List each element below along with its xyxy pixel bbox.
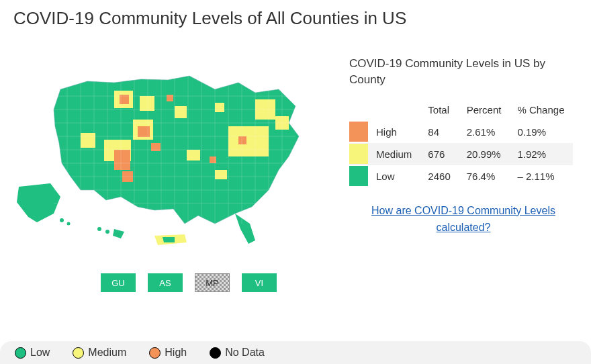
page-title: COVID-19 Community Levels of All Countie… xyxy=(13,8,578,29)
legend-item-high: High xyxy=(149,347,187,359)
table-row: High 84 2.61% 0.19% xyxy=(349,121,573,143)
svg-rect-18 xyxy=(114,150,130,170)
svg-rect-23 xyxy=(167,95,173,101)
col-percent: Percent xyxy=(459,101,510,121)
swatch-high-icon xyxy=(349,122,368,142)
legend-item-medium: Medium xyxy=(73,347,126,359)
side-title: COVID-19 Community Levels in US by Count… xyxy=(349,56,578,88)
table-row: Low 2460 76.4% – 2.11% xyxy=(349,165,573,187)
level-label: High xyxy=(368,121,420,143)
legend-item-nodata: No Data xyxy=(210,347,265,359)
legend-label: Medium xyxy=(88,347,126,359)
dot-low-icon xyxy=(15,347,26,359)
territory-mp[interactable]: MP xyxy=(195,273,230,292)
table-header-row: Total Percent % Change xyxy=(349,101,573,121)
dot-medium-icon xyxy=(73,347,84,359)
level-change: 1.92% xyxy=(509,143,572,165)
level-label: Medium xyxy=(368,143,420,165)
level-percent: 20.99% xyxy=(459,143,510,165)
svg-rect-17 xyxy=(138,126,150,137)
territory-gu[interactable]: GU xyxy=(101,273,136,292)
territory-as[interactable]: AS xyxy=(148,273,183,292)
level-change: – 2.11% xyxy=(509,165,572,187)
calculation-link[interactable]: How are COVID-19 Community Levels calcul… xyxy=(349,202,578,236)
col-total: Total xyxy=(420,101,458,121)
legend-bar: Low Medium High No Data xyxy=(0,341,591,364)
level-change: 0.19% xyxy=(509,121,572,143)
svg-rect-8 xyxy=(81,133,95,148)
legend-label: No Data xyxy=(225,347,265,359)
territory-row: GU AS MP VI xyxy=(101,273,336,292)
level-total: 676 xyxy=(420,143,458,165)
legend-item-low: Low xyxy=(15,347,50,359)
svg-point-3 xyxy=(105,230,109,234)
table-row: Medium 676 20.99% 1.92% xyxy=(349,143,573,165)
level-percent: 76.4% xyxy=(459,165,510,187)
svg-rect-14 xyxy=(187,150,200,161)
territory-vi[interactable]: VI xyxy=(242,273,277,292)
level-total: 2460 xyxy=(420,165,458,187)
svg-rect-5 xyxy=(140,96,154,111)
svg-point-0 xyxy=(60,218,64,222)
svg-rect-21 xyxy=(238,136,246,144)
svg-point-1 xyxy=(67,222,71,226)
swatch-low-icon xyxy=(349,166,368,186)
svg-rect-9 xyxy=(175,106,187,118)
legend-label: High xyxy=(165,347,187,359)
us-county-map[interactable] xyxy=(13,56,322,257)
col-change: % Change xyxy=(509,101,572,121)
legend-label: Low xyxy=(30,347,50,359)
dot-high-icon xyxy=(149,347,161,359)
svg-rect-10 xyxy=(215,103,224,112)
level-total: 84 xyxy=(420,121,458,143)
svg-rect-22 xyxy=(210,156,216,163)
dot-nodata-icon xyxy=(210,347,221,359)
svg-point-2 xyxy=(97,227,101,231)
svg-rect-11 xyxy=(228,126,269,156)
svg-rect-15 xyxy=(215,170,227,179)
levels-table: Total Percent % Change High 84 2.61% 0.1… xyxy=(349,101,573,187)
level-percent: 2.61% xyxy=(459,121,510,143)
swatch-medium-icon xyxy=(349,144,368,164)
level-label: Low xyxy=(368,165,420,187)
